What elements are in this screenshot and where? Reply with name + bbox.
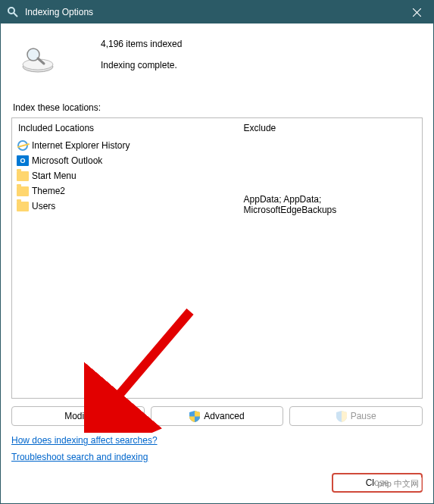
status-area: 4,196 items indexed Indexing complete. [11, 33, 423, 96]
list-item[interactable]: Start Menu [12, 168, 238, 183]
item-label: Microsoft Outlook [32, 155, 102, 166]
status-text: 4,196 items indexed Indexing complete. [101, 39, 182, 81]
exclude-cell [238, 152, 422, 165]
list-item[interactable]: OMicrosoft Outlook [12, 153, 238, 168]
ie-icon [17, 139, 29, 152]
included-body: Internet Explorer HistoryOMicrosoft Outl… [12, 138, 238, 398]
titlebar: Indexing Options [1, 1, 433, 23]
how-indexing-link[interactable]: How does indexing affect searches? [11, 435, 158, 446]
exclude-cell [238, 138, 422, 152]
svg-point-0 [8, 8, 14, 14]
outlook-icon: O [17, 155, 29, 167]
indexing-state: Indexing complete. [101, 60, 182, 70]
magnifier-drive-icon [19, 45, 57, 75]
pause-button: Pause [289, 406, 423, 426]
included-header: Included Locations [12, 118, 238, 138]
svg-line-1 [14, 13, 17, 17]
footer-row: Close [11, 465, 423, 493]
list-item[interactable]: Users [12, 199, 238, 214]
included-column: Included Locations Internet Explorer His… [12, 118, 238, 398]
close-dialog-button[interactable]: Close [332, 473, 423, 493]
indexing-options-window: Indexing Options 4,196 items indexed Ind… [0, 0, 434, 504]
exclude-cell [238, 165, 422, 179]
indexing-icon [7, 6, 19, 18]
locations-label: Index these locations: [13, 102, 423, 113]
close-icon [413, 8, 421, 17]
button-row: Modify Advanced Pause [11, 406, 423, 426]
items-indexed-count: 4,196 items indexed [101, 39, 182, 49]
shield-icon [189, 411, 200, 422]
folder-icon [17, 170, 29, 182]
list-item[interactable]: Internet Explorer History [12, 138, 238, 153]
pause-label: Pause [351, 411, 376, 421]
close-button[interactable] [400, 1, 433, 23]
window-title: Indexing Options [25, 7, 400, 17]
folder-icon [17, 200, 29, 212]
item-label: Internet Explorer History [32, 140, 130, 151]
locations-listview[interactable]: Included Locations Internet Explorer His… [11, 117, 423, 399]
close-label: Close [366, 477, 389, 488]
advanced-button[interactable]: Advanced [151, 406, 284, 426]
exclude-body: AppData; AppData; MicrosoftEdgeBackups [238, 138, 422, 398]
item-label: Users [32, 201, 55, 211]
exclude-column: Exclude AppData; AppData; MicrosoftEdgeB… [238, 118, 422, 398]
content: 4,196 items indexed Indexing complete. I… [1, 23, 433, 503]
item-label: Start Menu [32, 171, 76, 181]
exclude-header: Exclude [238, 118, 422, 138]
modify-button[interactable]: Modify [11, 406, 145, 426]
folder-icon [17, 185, 29, 197]
item-label: Theme2 [32, 186, 65, 196]
svg-point-5 [23, 59, 53, 70]
modify-label: Modify [64, 411, 91, 421]
troubleshoot-link[interactable]: Troubleshoot search and indexing [11, 452, 148, 462]
shield-icon [336, 411, 347, 422]
exclude-cell [238, 179, 422, 193]
advanced-label: Advanced [204, 411, 244, 421]
exclude-cell: AppData; AppData; MicrosoftEdgeBackups [238, 193, 422, 217]
list-item[interactable]: Theme2 [12, 183, 238, 199]
